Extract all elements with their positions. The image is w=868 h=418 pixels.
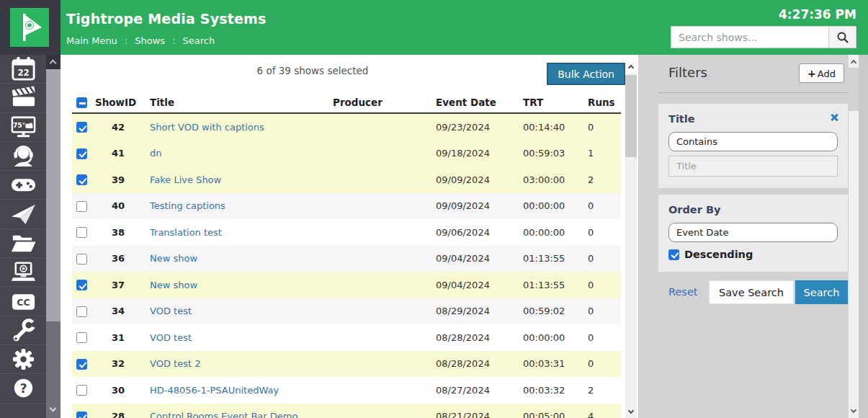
show-runs: 1 bbox=[586, 148, 621, 159]
remove-filter-icon[interactable] bbox=[829, 112, 839, 123]
sidebar-scrollbar-thumb[interactable] bbox=[46, 69, 61, 321]
row-checkbox[interactable] bbox=[76, 174, 87, 185]
sidebar-item-tools[interactable] bbox=[0, 316, 46, 345]
show-id: 30 bbox=[94, 385, 143, 396]
search-submit-button[interactable] bbox=[828, 26, 856, 48]
panel-scrollbar[interactable] bbox=[849, 55, 859, 418]
show-trt: 00:59:02 bbox=[523, 306, 586, 316]
table-row: 28 Control Rooms Event Bar Demo 08/21/20… bbox=[72, 404, 621, 418]
sidebar-item-publish[interactable] bbox=[0, 200, 46, 228]
show-trt: 01:13:55 bbox=[523, 280, 586, 290]
table-row: 41 dn 09/18/2024 00:59:03 1 bbox=[72, 141, 621, 167]
svg-text:?: ? bbox=[19, 381, 27, 396]
col-header-eventdate[interactable]: Event Date bbox=[436, 97, 523, 108]
sidebar-item-captions[interactable]: CC bbox=[0, 287, 46, 316]
scroll-up-icon[interactable] bbox=[46, 55, 61, 69]
sidebar-item-player[interactable] bbox=[0, 258, 46, 287]
show-event-date: 09/04/2024 bbox=[436, 253, 523, 264]
breadcrumb: Main Menu:Shows:Search bbox=[66, 35, 215, 46]
sidebar-item-more[interactable] bbox=[0, 404, 46, 418]
show-trt: 00:14:40 bbox=[523, 122, 586, 133]
show-title-link[interactable]: VOD test bbox=[150, 332, 192, 343]
show-title-link[interactable]: New show bbox=[150, 280, 197, 290]
sidebar-item-games[interactable] bbox=[0, 171, 46, 200]
col-header-producer[interactable]: Producer bbox=[333, 97, 436, 108]
col-header-title[interactable]: Title bbox=[143, 97, 333, 108]
plus-icon: + bbox=[807, 68, 816, 79]
breadcrumb-main-menu[interactable]: Main Menu bbox=[66, 35, 117, 46]
sidebar-item-shows[interactable] bbox=[0, 84, 46, 112]
gamepad-icon bbox=[10, 172, 37, 198]
save-search-button[interactable]: Save Search bbox=[709, 280, 794, 304]
sidebar-item-schedule[interactable]: 22 bbox=[0, 55, 46, 84]
row-checkbox[interactable] bbox=[76, 412, 87, 418]
closed-captions-icon: CC bbox=[10, 288, 37, 315]
show-title-link[interactable]: VOD test 2 bbox=[150, 358, 200, 369]
row-checkbox[interactable] bbox=[76, 385, 87, 396]
reset-link[interactable]: Reset bbox=[668, 286, 698, 298]
descending-checkbox[interactable] bbox=[668, 249, 679, 260]
table-scrollbar-thumb[interactable] bbox=[625, 75, 637, 157]
scroll-down-icon[interactable] bbox=[46, 404, 61, 417]
row-checkbox[interactable] bbox=[76, 254, 87, 264]
panel-scrollbar-thumb[interactable] bbox=[849, 68, 859, 111]
row-checkbox[interactable] bbox=[76, 201, 87, 212]
table-scrollbar[interactable] bbox=[625, 61, 637, 418]
search-button[interactable]: Search bbox=[795, 280, 848, 304]
breadcrumb-shows[interactable]: Shows bbox=[135, 35, 165, 46]
show-title-link[interactable]: New show bbox=[150, 253, 197, 264]
col-header-runs[interactable]: Runs bbox=[586, 97, 621, 108]
row-checkbox[interactable] bbox=[76, 227, 87, 238]
show-title-link[interactable]: Control Rooms Event Bar Demo bbox=[150, 411, 297, 418]
operator-select[interactable]: Contains bbox=[668, 132, 838, 151]
show-title-link[interactable]: Translation test bbox=[150, 227, 222, 238]
sidebar-item-operator[interactable] bbox=[0, 142, 46, 171]
breadcrumb-search[interactable]: Search bbox=[183, 35, 215, 46]
show-trt: 00:59:03 bbox=[523, 148, 586, 159]
divider bbox=[658, 92, 848, 93]
show-title-link[interactable]: HD-48056-1-PSAUnitedWay bbox=[150, 385, 279, 396]
row-checkbox[interactable] bbox=[76, 280, 87, 290]
gear-icon bbox=[10, 346, 37, 373]
scroll-up-icon[interactable] bbox=[625, 61, 637, 73]
row-checkbox[interactable] bbox=[76, 148, 87, 159]
row-checkbox[interactable] bbox=[76, 359, 87, 370]
col-header-trt[interactable]: TRT bbox=[523, 97, 586, 108]
sidebar-item-settings[interactable] bbox=[0, 345, 46, 374]
bulk-action-button[interactable]: Bulk Action bbox=[547, 63, 625, 85]
scroll-down-icon[interactable] bbox=[850, 407, 856, 413]
scroll-down-icon[interactable] bbox=[625, 406, 637, 418]
select-all-checkbox[interactable] bbox=[76, 97, 87, 108]
row-checkbox[interactable] bbox=[76, 306, 87, 317]
sidebar-item-help[interactable]: ? bbox=[0, 374, 46, 403]
sidebar-item-weather-display[interactable]: 75° bbox=[0, 113, 46, 142]
order-by-select[interactable]: Event Date bbox=[668, 223, 838, 242]
show-runs: 0 bbox=[586, 122, 621, 133]
sidebar-scrollbar[interactable] bbox=[46, 55, 61, 418]
filters-title: Filters bbox=[668, 65, 707, 80]
table-row: 38 Translation test 09/06/2024 00:00:00 … bbox=[72, 219, 621, 246]
svg-text:CC: CC bbox=[17, 297, 30, 308]
descending-label: Descending bbox=[684, 249, 753, 260]
show-title-link[interactable]: VOD test bbox=[150, 306, 192, 316]
paper-plane-icon bbox=[10, 201, 37, 228]
show-runs: 0 bbox=[586, 358, 621, 369]
show-title-link[interactable]: Testing captions bbox=[150, 200, 225, 211]
table-row: 32 VOD test 2 08/28/2024 00:03:31 0 bbox=[72, 351, 621, 378]
add-filter-button[interactable]: +Add bbox=[799, 63, 844, 83]
row-checkbox[interactable] bbox=[76, 332, 87, 343]
sidebar-item-files[interactable] bbox=[0, 229, 46, 258]
scroll-up-icon[interactable] bbox=[850, 60, 856, 66]
app-logo[interactable] bbox=[0, 0, 61, 55]
col-header-showid[interactable]: ShowID bbox=[94, 97, 143, 108]
show-title-link[interactable]: Fake Live Show bbox=[150, 174, 221, 185]
show-runs: 2 bbox=[586, 174, 621, 185]
show-runs: 0 bbox=[586, 200, 621, 211]
row-checkbox[interactable] bbox=[76, 122, 87, 133]
filter-value-input[interactable] bbox=[668, 156, 838, 177]
show-title-link[interactable]: dn bbox=[150, 148, 162, 159]
show-event-date: 08/29/2024 bbox=[436, 306, 523, 316]
show-event-date: 08/28/2024 bbox=[436, 358, 523, 369]
show-title-link[interactable]: Short VOD with captions bbox=[150, 122, 264, 133]
search-input[interactable] bbox=[671, 26, 828, 48]
